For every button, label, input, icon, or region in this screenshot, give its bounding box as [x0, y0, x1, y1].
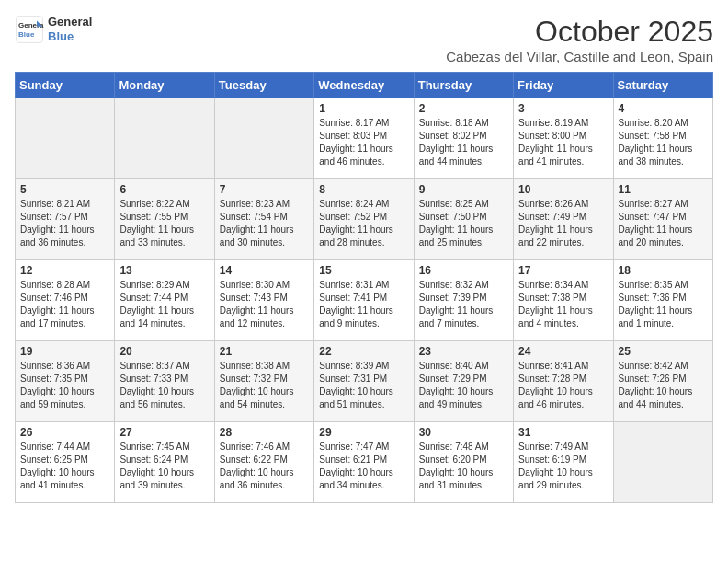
day-info: Sunrise: 8:32 AMSunset: 7:39 PMDaylight:…: [419, 279, 509, 330]
calendar-cell: 2Sunrise: 8:18 AMSunset: 8:02 PMDaylight…: [414, 98, 513, 179]
day-info: Sunrise: 8:24 AMSunset: 7:52 PMDaylight:…: [319, 198, 409, 249]
day-info: Sunrise: 8:35 AMSunset: 7:36 PMDaylight:…: [619, 279, 709, 330]
logo-icon: General Blue: [15, 15, 44, 44]
day-info: Sunrise: 7:44 AMSunset: 6:25 PMDaylight:…: [20, 441, 110, 492]
day-number: 16: [419, 264, 509, 277]
day-number: 13: [119, 264, 210, 277]
day-info: Sunrise: 7:46 AMSunset: 6:22 PMDaylight:…: [220, 441, 310, 492]
calendar-cell: 29Sunrise: 7:47 AMSunset: 6:21 PMDayligh…: [314, 422, 414, 503]
calendar-cell: 27Sunrise: 7:45 AMSunset: 6:24 PMDayligh…: [115, 422, 214, 503]
day-number: 10: [518, 183, 609, 196]
calendar-cell: 9Sunrise: 8:25 AMSunset: 7:50 PMDaylight…: [414, 179, 513, 260]
calendar-cell: 4Sunrise: 8:20 AMSunset: 7:58 PMDaylight…: [613, 98, 712, 179]
calendar-week-row: 12Sunrise: 8:28 AMSunset: 7:46 PMDayligh…: [16, 260, 713, 341]
day-number: 20: [119, 345, 210, 358]
day-info: Sunrise: 8:30 AMSunset: 7:43 PMDaylight:…: [220, 279, 310, 330]
calendar-cell: 6Sunrise: 8:22 AMSunset: 7:55 PMDaylight…: [115, 179, 214, 260]
weekday-header: Friday: [514, 73, 613, 98]
day-number: 28: [220, 426, 310, 439]
day-info: Sunrise: 7:49 AMSunset: 6:19 PMDaylight:…: [518, 441, 609, 492]
day-info: Sunrise: 8:31 AMSunset: 7:41 PMDaylight:…: [319, 279, 409, 330]
location-title: Cabezas del Villar, Castille and Leon, S…: [446, 49, 713, 64]
day-number: 15: [319, 264, 409, 277]
day-info: Sunrise: 8:29 AMSunset: 7:44 PMDaylight:…: [119, 279, 210, 330]
day-number: 12: [20, 264, 110, 277]
calendar-cell: 23Sunrise: 8:40 AMSunset: 7:29 PMDayligh…: [414, 341, 513, 422]
day-number: 27: [119, 426, 210, 439]
calendar-cell: 31Sunrise: 7:49 AMSunset: 6:19 PMDayligh…: [514, 422, 613, 503]
day-number: 6: [119, 183, 210, 196]
weekday-header-row: SundayMondayTuesdayWednesdayThursdayFrid…: [16, 73, 713, 98]
day-number: 9: [419, 183, 509, 196]
calendar-cell: [214, 98, 313, 179]
calendar-cell: 14Sunrise: 8:30 AMSunset: 7:43 PMDayligh…: [214, 260, 313, 341]
day-number: 30: [419, 426, 509, 439]
weekday-header: Wednesday: [314, 73, 414, 98]
calendar-cell: [16, 98, 115, 179]
calendar-cell: 1Sunrise: 8:17 AMSunset: 8:03 PMDaylight…: [314, 98, 414, 179]
day-number: 18: [619, 264, 709, 277]
calendar-week-row: 5Sunrise: 8:21 AMSunset: 7:57 PMDaylight…: [16, 179, 713, 260]
day-info: Sunrise: 8:28 AMSunset: 7:46 PMDaylight:…: [20, 279, 110, 330]
calendar-week-row: 19Sunrise: 8:36 AMSunset: 7:35 PMDayligh…: [16, 341, 713, 422]
day-info: Sunrise: 7:45 AMSunset: 6:24 PMDaylight:…: [119, 441, 210, 492]
day-info: Sunrise: 7:47 AMSunset: 6:21 PMDaylight:…: [319, 441, 409, 492]
day-number: 1: [319, 102, 409, 115]
calendar-cell: 16Sunrise: 8:32 AMSunset: 7:39 PMDayligh…: [414, 260, 513, 341]
day-info: Sunrise: 8:34 AMSunset: 7:38 PMDaylight:…: [518, 279, 609, 330]
title-block: October 2025 Cabezas del Villar, Castill…: [446, 15, 713, 64]
day-info: Sunrise: 8:20 AMSunset: 7:58 PMDaylight:…: [619, 117, 709, 168]
calendar-cell: 3Sunrise: 8:19 AMSunset: 8:00 PMDaylight…: [514, 98, 613, 179]
day-number: 5: [20, 183, 110, 196]
calendar-cell: 21Sunrise: 8:38 AMSunset: 7:32 PMDayligh…: [214, 341, 313, 422]
weekday-header: Saturday: [613, 73, 712, 98]
calendar-cell: 19Sunrise: 8:36 AMSunset: 7:35 PMDayligh…: [16, 341, 115, 422]
weekday-header: Sunday: [16, 73, 115, 98]
day-number: 2: [419, 102, 509, 115]
calendar-cell: 7Sunrise: 8:23 AMSunset: 7:54 PMDaylight…: [214, 179, 313, 260]
calendar-cell: 28Sunrise: 7:46 AMSunset: 6:22 PMDayligh…: [214, 422, 313, 503]
calendar-cell: 22Sunrise: 8:39 AMSunset: 7:31 PMDayligh…: [314, 341, 414, 422]
month-title: October 2025: [446, 15, 713, 49]
day-info: Sunrise: 8:21 AMSunset: 7:57 PMDaylight:…: [20, 198, 110, 249]
day-number: 25: [619, 345, 709, 358]
calendar-cell: 20Sunrise: 8:37 AMSunset: 7:33 PMDayligh…: [115, 341, 214, 422]
calendar-cell: 15Sunrise: 8:31 AMSunset: 7:41 PMDayligh…: [314, 260, 414, 341]
day-number: 7: [220, 183, 310, 196]
calendar-cell: 10Sunrise: 8:26 AMSunset: 7:49 PMDayligh…: [514, 179, 613, 260]
calendar-cell: 13Sunrise: 8:29 AMSunset: 7:44 PMDayligh…: [115, 260, 214, 341]
calendar-cell: [115, 98, 214, 179]
day-number: 14: [220, 264, 310, 277]
day-info: Sunrise: 8:39 AMSunset: 7:31 PMDaylight:…: [319, 360, 409, 411]
weekday-header: Thursday: [414, 73, 513, 98]
calendar-week-row: 26Sunrise: 7:44 AMSunset: 6:25 PMDayligh…: [16, 422, 713, 503]
calendar-cell: 25Sunrise: 8:42 AMSunset: 7:26 PMDayligh…: [613, 341, 712, 422]
calendar-cell: 8Sunrise: 8:24 AMSunset: 7:52 PMDaylight…: [314, 179, 414, 260]
day-info: Sunrise: 8:23 AMSunset: 7:54 PMDaylight:…: [220, 198, 310, 249]
weekday-header: Monday: [115, 73, 214, 98]
calendar-cell: 12Sunrise: 8:28 AMSunset: 7:46 PMDayligh…: [16, 260, 115, 341]
day-number: 8: [319, 183, 409, 196]
day-info: Sunrise: 8:25 AMSunset: 7:50 PMDaylight:…: [419, 198, 509, 249]
calendar-cell: 24Sunrise: 8:41 AMSunset: 7:28 PMDayligh…: [514, 341, 613, 422]
day-number: 11: [619, 183, 709, 196]
day-number: 31: [518, 426, 609, 439]
calendar-cell: 5Sunrise: 8:21 AMSunset: 7:57 PMDaylight…: [16, 179, 115, 260]
day-number: 3: [518, 102, 609, 115]
logo-text: General Blue: [48, 15, 92, 43]
calendar-table: SundayMondayTuesdayWednesdayThursdayFrid…: [15, 72, 713, 503]
day-info: Sunrise: 7:48 AMSunset: 6:20 PMDaylight:…: [419, 441, 509, 492]
calendar-cell: 11Sunrise: 8:27 AMSunset: 7:47 PMDayligh…: [613, 179, 712, 260]
day-number: 22: [319, 345, 409, 358]
day-info: Sunrise: 8:17 AMSunset: 8:03 PMDaylight:…: [319, 117, 409, 168]
day-number: 26: [20, 426, 110, 439]
day-info: Sunrise: 8:38 AMSunset: 7:32 PMDaylight:…: [220, 360, 310, 411]
calendar-cell: 18Sunrise: 8:35 AMSunset: 7:36 PMDayligh…: [613, 260, 712, 341]
day-info: Sunrise: 8:19 AMSunset: 8:00 PMDaylight:…: [518, 117, 609, 168]
day-info: Sunrise: 8:42 AMSunset: 7:26 PMDaylight:…: [619, 360, 709, 411]
day-number: 19: [20, 345, 110, 358]
day-info: Sunrise: 8:37 AMSunset: 7:33 PMDaylight:…: [119, 360, 210, 411]
day-info: Sunrise: 8:40 AMSunset: 7:29 PMDaylight:…: [419, 360, 509, 411]
calendar-cell: [613, 422, 712, 503]
logo: General Blue General Blue: [15, 15, 92, 44]
